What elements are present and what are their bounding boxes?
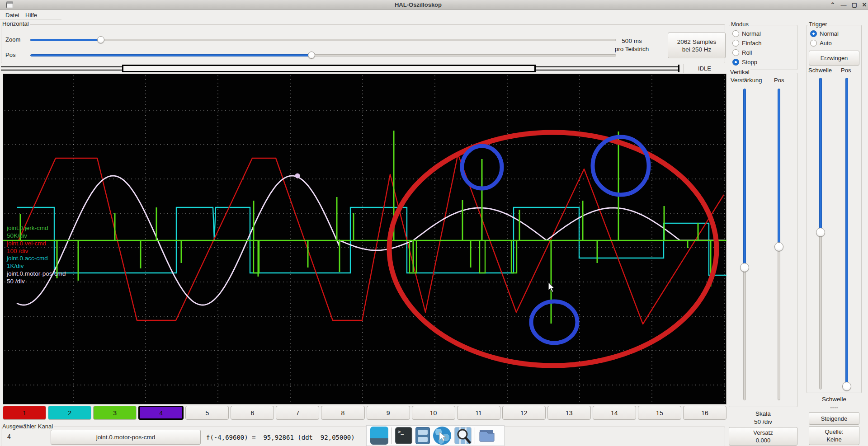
selected-channel-name-button[interactable]: joint.0.motor-pos-cmd — [51, 430, 201, 445]
pos-label: Pos — [5, 52, 15, 58]
trigger-group-label: Trigger — [808, 21, 828, 28]
window-icon[interactable] — [370, 427, 388, 445]
channel-button-6[interactable]: 6 — [231, 406, 274, 420]
modus-options: NormalEinfachRollStopp — [732, 29, 796, 67]
vertikal-pos-slider[interactable] — [774, 89, 783, 400]
versatz-button[interactable]: Versatz 0.000 — [729, 427, 797, 446]
vertikal-pos-slider-handle[interactable] — [774, 242, 783, 251]
record-end-mark — [678, 65, 679, 72]
scope-label-joint.0.acc-cmd: joint.0.acc-cmd 1K/div — [7, 254, 48, 270]
channel-button-13[interactable]: 13 — [547, 406, 591, 420]
zoom-label: Zoom — [5, 36, 20, 43]
minimize-button[interactable]: — — [839, 0, 848, 9]
shade-button[interactable]: ⌃ — [828, 0, 837, 9]
zoom-slider-handle[interactable] — [97, 36, 104, 43]
channel-button-9[interactable]: 9 — [367, 406, 410, 420]
trigger-pos-slider[interactable] — [842, 78, 851, 390]
trace-jerk-square — [480, 240, 485, 273]
menu-datei[interactable]: Datei — [3, 11, 22, 19]
verstaerkung-slider[interactable] — [740, 89, 749, 400]
vertikal-group — [729, 73, 797, 407]
radio-icon[interactable] — [732, 49, 739, 56]
modus-radio-stopp[interactable]: Stopp — [732, 57, 796, 67]
modus-group-label: Modus — [730, 21, 750, 28]
trigger-marker-dot — [295, 174, 300, 178]
channel-button-10[interactable]: 10 — [412, 406, 455, 420]
file-cabinet-icon[interactable] — [415, 427, 430, 444]
verstaerkung-label: Verstärkung — [731, 77, 762, 84]
record-view-window[interactable] — [122, 65, 536, 72]
scope-label-joint.0.vel-cmd: joint.0.vel-cmd 100 /div — [7, 239, 46, 255]
scope-label-joint.0.motor-pos-cmd: joint.0.motor-pos-cmd 50 /div — [7, 270, 66, 285]
trigger-radio-normal[interactable]: Normal — [810, 29, 859, 38]
dock-separator — [392, 427, 392, 444]
modus-radio-einfach[interactable]: Einfach — [732, 38, 796, 48]
annotation-blue-circle — [531, 301, 577, 343]
selected-channel-group-label: Ausgewähler Kanal — [1, 423, 54, 430]
schwelle-slider-handle[interactable] — [816, 228, 825, 237]
browser-globe-icon[interactable] — [433, 427, 451, 445]
scope-label-joint.0.jerk-cmd: joint.0.jerk-cmd 50K/div — [7, 224, 48, 239]
menubar: Datei Hilfe — [0, 10, 868, 19]
close-button[interactable]: ✕ — [860, 0, 868, 9]
radio-icon[interactable] — [810, 30, 817, 37]
channel-button-1[interactable]: 1 — [3, 406, 46, 420]
verstaerkung-slider-handle[interactable] — [740, 263, 749, 272]
skala-value: 50 /div — [729, 418, 797, 425]
pos-slider[interactable] — [30, 52, 616, 59]
channel-button-15[interactable]: 15 — [638, 406, 681, 420]
schwelle-slider[interactable] — [816, 78, 825, 390]
radio-label: Normal — [742, 30, 761, 37]
titlebar: HAL-Oszilloskop ⌃ — ▢ ✕ — [0, 0, 868, 10]
steigende-button[interactable]: Steigende — [809, 412, 859, 425]
channel-button-3[interactable]: 3 — [93, 406, 137, 420]
file-manager-icon[interactable] — [478, 427, 495, 444]
trigger-pos-label: Pos — [841, 67, 851, 74]
channel-button-2[interactable]: 2 — [48, 406, 91, 420]
trigger-pos-slider-handle[interactable] — [842, 382, 851, 391]
maximize-button[interactable]: ▢ — [850, 0, 859, 9]
horizontal-group-label: Horizontal — [1, 20, 30, 27]
radio-label: Roll — [742, 49, 752, 56]
trigger-group — [807, 25, 862, 393]
zoom-slider[interactable] — [30, 36, 616, 43]
channel-button-12[interactable]: 12 — [502, 406, 546, 420]
samples-button[interactable]: 2062 Samples bei 250 Hz — [668, 33, 726, 58]
channel-button-11[interactable]: 11 — [457, 406, 500, 420]
radio-icon[interactable] — [810, 40, 817, 47]
trigger-options: NormalAuto — [810, 29, 859, 48]
erzwingen-button[interactable]: Erzwingen — [809, 51, 859, 66]
timebase-readout: 500 ms pro Teilstrich — [601, 37, 662, 53]
scope-canvas — [3, 74, 727, 405]
quelle-button[interactable]: Quelle: Keine — [809, 426, 859, 445]
radio-icon[interactable] — [732, 40, 739, 47]
channel-button-5[interactable]: 5 — [185, 406, 229, 420]
channel-button-16[interactable]: 16 — [683, 406, 726, 420]
terminal-icon[interactable]: >_ — [395, 427, 412, 444]
radio-icon[interactable] — [732, 30, 739, 37]
menu-rule — [0, 19, 61, 19]
modus-radio-roll[interactable]: Roll — [732, 48, 796, 57]
schwelle-value-label: Schwelle — [807, 396, 862, 403]
menu-hilfe[interactable]: Hilfe — [23, 11, 40, 19]
grid-horizontal-lines — [5, 110, 726, 385]
pos-slider-handle[interactable] — [308, 52, 315, 59]
channel-buttons: 12345678910111213141516 — [3, 406, 726, 420]
channel-button-4[interactable]: 4 — [138, 406, 184, 420]
status-badge: IDLE — [684, 64, 725, 73]
channel-button-7[interactable]: 7 — [276, 406, 319, 420]
value-readout: f(-4,69600) = 95,92861 (ddt 92,05000) — [206, 434, 355, 441]
radio-label: Einfach — [742, 40, 761, 47]
channel-button-14[interactable]: 14 — [593, 406, 636, 420]
dock-separator — [475, 427, 475, 444]
search-icon[interactable] — [454, 427, 472, 444]
radio-icon[interactable] — [732, 59, 739, 66]
window-title: HAL-Oszilloskop — [0, 1, 836, 8]
modus-radio-normal[interactable]: Normal — [732, 29, 796, 38]
channel-button-8[interactable]: 8 — [321, 406, 364, 420]
dock: >_ — [366, 425, 505, 446]
vertikal-group-label: Vertikal — [729, 69, 750, 75]
schwelle-value: ---- — [807, 404, 862, 411]
trigger-radio-auto[interactable]: Auto — [810, 38, 859, 48]
scope-display[interactable]: joint.0.jerk-cmd 50K/divjoint.0.vel-cmd … — [3, 74, 726, 404]
